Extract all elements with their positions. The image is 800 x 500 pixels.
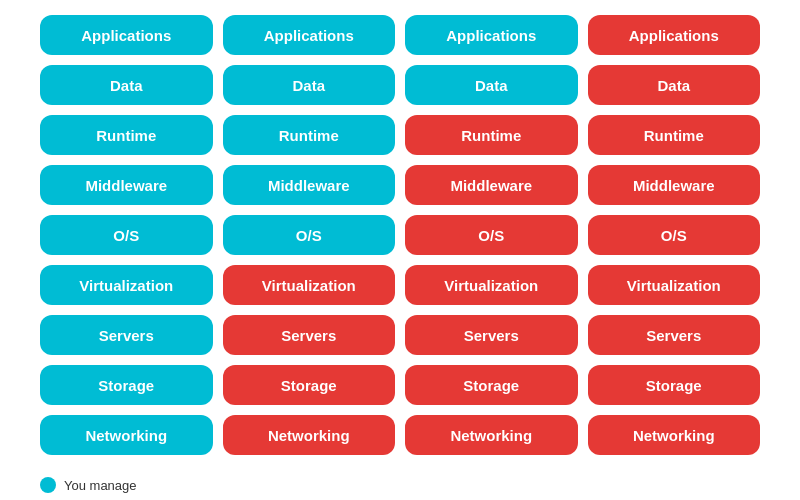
cell-row0-col2: Applications xyxy=(405,15,578,55)
cell-row2-col1: Runtime xyxy=(223,115,396,155)
cell-row6-col0: Servers xyxy=(40,315,213,355)
cell-row8-col1: Networking xyxy=(223,415,396,455)
cell-row7-col2: Storage xyxy=(405,365,578,405)
cell-row3-col2: Middleware xyxy=(405,165,578,205)
cell-row4-col1: O/S xyxy=(223,215,396,255)
cell-row1-col1: Data xyxy=(223,65,396,105)
cell-row6-col1: Servers xyxy=(223,315,396,355)
cell-row1-col0: Data xyxy=(40,65,213,105)
legend: You manage xyxy=(0,469,800,500)
cell-row4-col0: O/S xyxy=(40,215,213,255)
cell-row0-col1: Applications xyxy=(223,15,396,55)
cell-row5-col2: Virtualization xyxy=(405,265,578,305)
cell-row1-col3: Data xyxy=(588,65,761,105)
cell-row6-col2: Servers xyxy=(405,315,578,355)
cell-row0-col0: Applications xyxy=(40,15,213,55)
main-grid: ApplicationsApplicationsApplicationsAppl… xyxy=(0,5,800,465)
cell-row4-col2: O/S xyxy=(405,215,578,255)
cell-row5-col3: Virtualization xyxy=(588,265,761,305)
cell-row2-col2: Runtime xyxy=(405,115,578,155)
cell-row4-col3: O/S xyxy=(588,215,761,255)
legend-dot xyxy=(40,477,56,493)
cell-row3-col3: Middleware xyxy=(588,165,761,205)
cell-row0-col3: Applications xyxy=(588,15,761,55)
cell-row6-col3: Servers xyxy=(588,315,761,355)
cell-row7-col0: Storage xyxy=(40,365,213,405)
cell-row2-col0: Runtime xyxy=(40,115,213,155)
cell-row8-col2: Networking xyxy=(405,415,578,455)
cell-row8-col0: Networking xyxy=(40,415,213,455)
cell-row7-col3: Storage xyxy=(588,365,761,405)
cell-row5-col0: Virtualization xyxy=(40,265,213,305)
cell-row7-col1: Storage xyxy=(223,365,396,405)
cell-row5-col1: Virtualization xyxy=(223,265,396,305)
cell-row3-col1: Middleware xyxy=(223,165,396,205)
cell-row2-col3: Runtime xyxy=(588,115,761,155)
legend-label: You manage xyxy=(64,478,137,493)
cell-row8-col3: Networking xyxy=(588,415,761,455)
cell-row1-col2: Data xyxy=(405,65,578,105)
cell-row3-col0: Middleware xyxy=(40,165,213,205)
